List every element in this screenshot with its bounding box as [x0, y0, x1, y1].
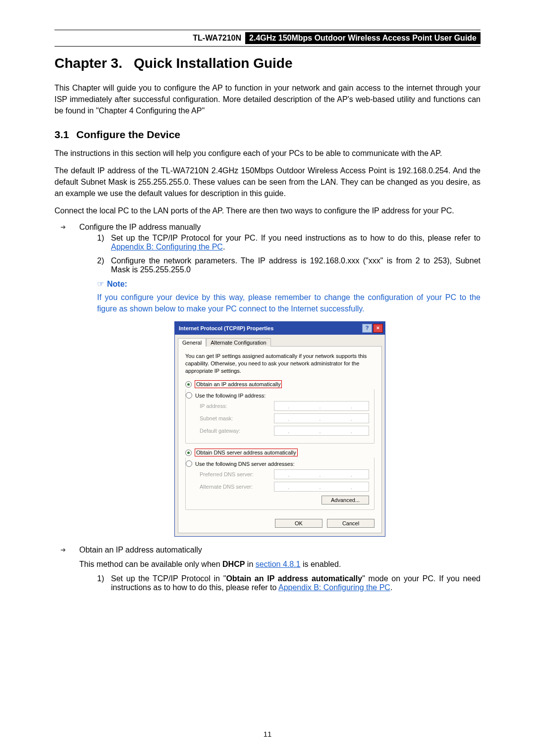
- model-description: 2.4GHz 150Mbps Outdoor Wireless Access P…: [245, 32, 481, 44]
- list-item: 1) Set up the TCP/IP Protocol in "Obtain…: [97, 574, 481, 592]
- field-ip-address: IP address: ...: [200, 401, 369, 411]
- chapter-title-text: Quick Installation Guide: [134, 55, 293, 71]
- step-text: .: [223, 243, 225, 251]
- mask-input[interactable]: ...: [274, 413, 369, 423]
- dialog-title: Internet Protocol (TCP/IP) Properties: [179, 325, 361, 331]
- dialog-title-bar: Internet Protocol (TCP/IP) Properties ? …: [175, 322, 385, 335]
- gateway-input[interactable]: ...: [274, 426, 369, 436]
- field-preferred-dns: Preferred DNS server: ...: [200, 469, 369, 479]
- step-bold: Obtain an IP address automatically: [226, 574, 362, 583]
- step-text: .: [390, 583, 392, 592]
- step-text: Set up the TCP/IP Protocol in ": [111, 574, 226, 583]
- radio-label: Use the following IP address:: [195, 393, 266, 399]
- page-number: 11: [0, 730, 535, 738]
- cancel-button[interactable]: Cancel: [327, 519, 374, 528]
- radio-use-ip[interactable]: Use the following IP address:: [186, 392, 369, 399]
- section-heading: 3.1Configure the Device: [54, 129, 481, 141]
- ip-input[interactable]: ...: [274, 401, 369, 411]
- section-link[interactable]: section 4.8.1: [256, 560, 301, 568]
- list-item: Obtain an IP address automatically This …: [60, 546, 481, 592]
- page-header: TL-WA7210N2.4GHz 150Mbps Outdoor Wireles…: [54, 30, 481, 47]
- chapter-heading: Chapter 3.Quick Installation Guide: [54, 55, 481, 71]
- pdns-input[interactable]: ...: [274, 469, 369, 479]
- tab-general[interactable]: General: [178, 338, 206, 347]
- appendix-link[interactable]: Appendix B: Configuring the PC: [111, 243, 223, 251]
- radio-label: Obtain an IP address automatically: [195, 380, 282, 388]
- intro-paragraph: This Chapter will guide you to configure…: [54, 82, 481, 117]
- step-number: 1): [97, 574, 104, 583]
- body-paragraph: The default IP address of the TL-WA7210N…: [54, 165, 481, 200]
- dialog-description: You can get IP settings assigned automat…: [185, 353, 374, 375]
- list-item-label: Configure the IP address manually: [79, 223, 201, 231]
- radio-icon: [185, 381, 192, 388]
- note-block: ☞Note: If you configure your device by t…: [97, 279, 481, 314]
- step-text: Configure the network parameters. The IP…: [111, 256, 481, 274]
- radio-use-dns[interactable]: Use the following DNS server addresses:: [186, 460, 369, 467]
- list-item-label: Obtain an IP address automatically: [79, 546, 202, 554]
- ok-button[interactable]: OK: [275, 519, 322, 528]
- section-number: 3.1: [54, 129, 76, 141]
- field-label: Preferred DNS server:: [200, 471, 274, 477]
- body-paragraph: Connect the local PC to the LAN ports of…: [54, 205, 481, 216]
- radio-obtain-dns-auto[interactable]: Obtain DNS server address automatically: [185, 449, 374, 456]
- model-number: TL-WA7210N: [189, 32, 245, 44]
- step-number: 2): [97, 256, 104, 265]
- body-paragraph: This method can be available only when D…: [79, 558, 481, 570]
- note-icon: ☞: [97, 280, 104, 288]
- appendix-link[interactable]: Appendix B: Configuring the PC: [278, 583, 390, 592]
- tcpip-properties-dialog: Internet Protocol (TCP/IP) Properties ? …: [174, 321, 385, 537]
- field-label: Default gateway:: [200, 428, 274, 434]
- field-label: IP address:: [200, 403, 274, 409]
- body-paragraph: The instructions in this section will he…: [54, 148, 481, 159]
- radio-icon: [186, 460, 192, 467]
- help-icon[interactable]: ?: [362, 324, 372, 333]
- chapter-number: Chapter 3.: [54, 55, 134, 71]
- advanced-button[interactable]: Advanced...: [321, 496, 369, 504]
- list-item: Configure the IP address manually 1) Set…: [60, 223, 481, 537]
- list-item: 2) Configure the network parameters. The…: [97, 256, 481, 274]
- radio-label: Use the following DNS server addresses:: [195, 461, 295, 467]
- section-title-text: Configure the Device: [76, 129, 180, 140]
- adns-input[interactable]: ...: [274, 482, 369, 492]
- radio-icon: [185, 450, 192, 456]
- radio-label: Obtain DNS server address automatically: [195, 449, 298, 456]
- field-label: Alternate DNS server:: [200, 484, 274, 490]
- step-text: Set up the TCP/IP Protocol for your PC. …: [111, 234, 481, 242]
- step-number: 1): [97, 234, 104, 243]
- note-label: Note:: [107, 280, 127, 288]
- field-alternate-dns: Alternate DNS server: ...: [200, 482, 369, 492]
- close-icon[interactable]: ×: [373, 324, 383, 333]
- field-subnet-mask: Subnet mask: ...: [200, 413, 369, 423]
- radio-icon: [186, 392, 192, 399]
- radio-obtain-ip-auto[interactable]: Obtain an IP address automatically: [185, 380, 374, 388]
- field-default-gateway: Default gateway: ...: [200, 426, 369, 436]
- dialog-tabs: GeneralAlternate Configuration: [175, 335, 385, 346]
- tab-alternate[interactable]: Alternate Configuration: [206, 338, 271, 347]
- dhcp-bold: DHCP: [222, 560, 245, 568]
- list-item: 1) Set up the TCP/IP Protocol for your P…: [97, 234, 481, 252]
- field-label: Subnet mask:: [200, 415, 274, 421]
- note-text: If you configure your device by this way…: [97, 292, 481, 314]
